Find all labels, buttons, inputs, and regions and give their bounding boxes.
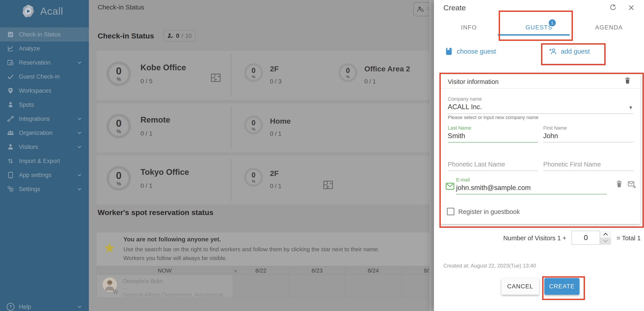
refresh-icon xyxy=(609,4,616,11)
tab-agenda[interactable]: AGENDA xyxy=(574,19,644,36)
timeline-row: ☆ Onnophris Brân --- General Affairs Dep… xyxy=(96,275,431,298)
sidebar-item-workspaces[interactable]: Workspaces xyxy=(0,84,89,98)
follow-star-icon[interactable]: ☆ xyxy=(112,288,118,295)
import-export-arrows-icon xyxy=(6,157,14,165)
tab-label: INFO xyxy=(461,24,477,31)
tab-info[interactable]: INFO xyxy=(434,19,504,36)
timeline-cell[interactable] xyxy=(289,275,345,298)
occupancy-circle: 0 % xyxy=(338,63,357,82)
sidebar-item-analyze[interactable]: Analyze xyxy=(0,42,89,56)
date-label: 8/23 xyxy=(312,267,323,274)
sidebar-item-app-settings[interactable]: App settings xyxy=(0,168,89,182)
office-card-kobe[interactable]: 0 % Kobe Office 0 / 5 xyxy=(96,51,231,100)
sidebar-item-label: Integrations xyxy=(19,116,76,122)
sidebar-item-reservation[interactable]: Reservation xyxy=(0,56,89,70)
main-content: Check-in Status Find Check-in Status 0 /… xyxy=(89,0,434,311)
email-field[interactable]: E-mail john.smith@sample.com xyxy=(456,177,607,194)
stepper-down-button[interactable] xyxy=(600,238,611,245)
visitors-total-label: = Total 1 xyxy=(616,235,641,242)
sidebar-item-spots[interactable]: Spots xyxy=(0,98,89,112)
person-check-icon xyxy=(167,33,174,39)
integration-nodes-icon xyxy=(6,115,14,123)
floor-card-2f[interactable]: 0 % 2F 0 / 3 xyxy=(231,51,325,100)
floor-card-home[interactable]: 0 % Home 0 / 1 xyxy=(231,103,325,152)
field-placeholder: Phonetic Last Name xyxy=(448,161,538,168)
sidebar-item-import-export[interactable]: Import & Export xyxy=(0,154,89,168)
dropdown-caret-icon[interactable]: ▾ xyxy=(629,104,632,111)
cancel-button[interactable]: CANCEL xyxy=(501,278,539,295)
phonetic-last-name-field[interactable]: Phonetic Last Name xyxy=(448,161,538,171)
floormap-icon[interactable] xyxy=(211,73,221,83)
envelope-plus-icon xyxy=(628,181,636,189)
timeline-date-header: 8/23 xyxy=(289,266,345,275)
field-placeholder: Phonetic First Name xyxy=(543,161,634,168)
guests-count-badge: 1 xyxy=(549,19,556,26)
sidebar-item-organization[interactable]: Organization xyxy=(0,126,89,140)
register-guestbook-label: Register in guestbook xyxy=(458,208,520,215)
floormap-icon[interactable] xyxy=(323,181,333,190)
tab-guests[interactable]: GUESTS 1 xyxy=(504,19,574,36)
occupancy-circle: 0 % xyxy=(106,62,131,86)
add-email-button[interactable] xyxy=(628,181,636,190)
office-name: Tokyo Office xyxy=(140,168,189,177)
drawer-title: Create xyxy=(444,4,466,12)
create-button[interactable]: CREATE xyxy=(544,278,580,295)
chevron-down-icon xyxy=(76,172,83,178)
floor-count: 0 / 3 xyxy=(270,78,282,85)
first-name-field[interactable]: First Name John xyxy=(543,125,634,142)
sidebar-item-label: Settings xyxy=(19,186,76,193)
sidebar-item-guest-checkin[interactable]: Guest Check-in xyxy=(0,70,89,84)
timeline-header: NOW ‹ 8/22 8/23 8/24 8/25 xyxy=(96,266,431,275)
app-root: Acall Check-in Status Analyze Reservatio… xyxy=(0,0,644,311)
sidebar-item-integrations[interactable]: Integrations xyxy=(0,112,89,126)
delete-visitor-button[interactable] xyxy=(624,77,631,85)
field-value: Smith xyxy=(448,132,538,140)
office-count: 0 / 5 xyxy=(140,78,152,85)
spot-person-pin-icon xyxy=(6,101,14,109)
register-guestbook-checkbox[interactable] xyxy=(447,208,454,215)
office-card-remote[interactable]: 0 % Remote 0 / 1 xyxy=(96,103,231,152)
timeline-cell[interactable] xyxy=(233,275,289,298)
people-group-icon xyxy=(6,129,14,137)
sidebar-item-help[interactable]: ? Help xyxy=(0,300,89,311)
timeline-cell[interactable] xyxy=(345,275,401,298)
page-title: Check-in Status xyxy=(98,4,144,11)
sidebar-item-label: Analyze xyxy=(19,45,83,52)
occupancy-circle: 0 % xyxy=(244,63,263,82)
refresh-button[interactable] xyxy=(609,4,616,12)
sidebar-item-checkin-status[interactable]: Check-in Status xyxy=(0,28,89,42)
timeline-now-header: NOW xyxy=(96,266,233,275)
checkin-row-tokyo: 0 % Tokyo Office 0 / 1 0 % 2F 0 / 1 xyxy=(96,156,431,204)
timeline-prev-button[interactable]: ‹ xyxy=(235,267,237,274)
map-pin-icon xyxy=(6,87,14,95)
sidebar-item-visitors[interactable]: Visitors xyxy=(0,140,89,154)
gears-icon: ⚙⚙ xyxy=(6,185,14,193)
visitor-information-card: Visitor information Company name ACALL I… xyxy=(440,74,640,224)
acall-logo[interactable]: Acall xyxy=(21,4,63,19)
office-card-tokyo[interactable]: 0 % Tokyo Office 0 / 1 xyxy=(96,156,231,204)
floor-card-tokyo-2f[interactable]: 0 % 2F 0 / 1 xyxy=(231,156,325,204)
checkbox-check-icon xyxy=(6,31,14,39)
reservation-timeline-table: NOW ‹ 8/22 8/23 8/24 8/25 ☆ Onnophris Br… xyxy=(96,266,431,298)
floor-card-office-area-2[interactable]: 0 % Office Area 2 0 / 1 xyxy=(325,51,431,100)
acall-logo-icon xyxy=(21,4,35,19)
close-button[interactable] xyxy=(628,4,635,12)
floor-count: 0 / 1 xyxy=(270,130,282,137)
page-scrollbar[interactable] xyxy=(429,0,434,311)
stepper-up-button[interactable] xyxy=(600,231,611,238)
company-name-field[interactable]: Company name ACALL Inc. ▾ xyxy=(448,96,633,114)
sidebar-item-settings[interactable]: ⚙⚙ Settings xyxy=(0,182,89,196)
visitors-stepper-input[interactable]: 0 xyxy=(572,231,600,245)
field-value: john.smith@sample.com xyxy=(456,184,607,192)
sidebar-item-label: Spots xyxy=(19,102,83,108)
choose-guest-button[interactable]: choose guest xyxy=(445,48,496,55)
add-guest-button[interactable]: add guest xyxy=(549,48,590,55)
sidebar-item-label: Guest Check-in xyxy=(19,73,83,80)
delete-email-button[interactable] xyxy=(616,180,623,189)
timeline-date-header: 8/25 xyxy=(401,266,431,275)
timeline-cell[interactable] xyxy=(401,275,431,298)
person-icon xyxy=(6,143,14,151)
phonetic-first-name-field[interactable]: Phonetic First Name xyxy=(543,161,634,171)
worker-cell[interactable]: ☆ Onnophris Brân --- General Affairs Dep… xyxy=(96,275,233,298)
last-name-field[interactable]: Last Name Smith xyxy=(448,125,538,143)
